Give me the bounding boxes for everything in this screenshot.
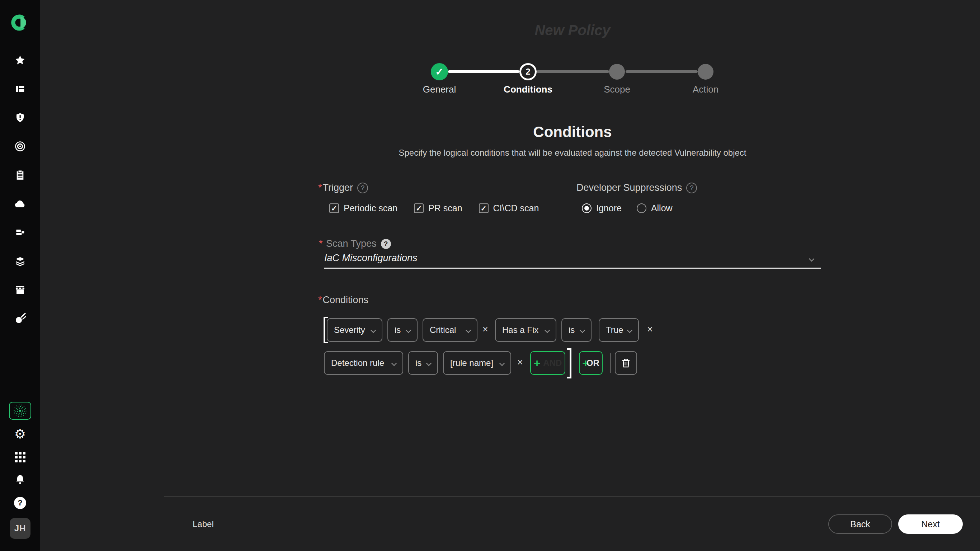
sidebar-item-help[interactable]: ? [0, 497, 40, 510]
suppressions-options: Ignore Allow [582, 203, 673, 213]
checkbox-box[interactable]: ✓ [479, 204, 488, 213]
radio-circle[interactable] [582, 204, 592, 213]
remove-condition-button[interactable]: × [482, 324, 488, 335]
blocks-icon [14, 227, 26, 238]
trigger-label: *Trigger ? [318, 182, 368, 193]
back-button[interactable]: Back [828, 514, 892, 534]
checkbox-periodic-scan[interactable]: ✓ Periodic scan [329, 203, 398, 213]
trigger-help-icon[interactable]: ? [357, 183, 368, 193]
checkbox-cicd-scan[interactable]: ✓ CI\CD scan [479, 203, 539, 213]
active-item-border [9, 402, 31, 420]
add-or-button[interactable]: + OR [579, 351, 603, 375]
plus-icon: + [534, 357, 541, 369]
app-logo[interactable] [0, 13, 40, 32]
condition-field-dropdown[interactable]: Detection rule [324, 351, 403, 375]
stepper-line-3 [625, 70, 698, 73]
logo-icon [10, 13, 30, 32]
remove-condition-button[interactable]: × [647, 324, 653, 335]
condition-operator-dropdown[interactable]: is [562, 318, 592, 342]
select-underline [324, 268, 821, 269]
main-content: New Policy ✓ 2 General Conditions Scope … [40, 0, 980, 551]
step-label-conditions[interactable]: Conditions [492, 84, 564, 95]
chevron-down-icon[interactable] [809, 256, 815, 262]
chevron-down-icon [627, 327, 633, 333]
radio-ignore[interactable]: Ignore [582, 203, 622, 213]
sidebar-item-settings[interactable]: ⚙ [0, 427, 40, 441]
help-icon: ? [14, 497, 26, 509]
chevron-down-icon [580, 327, 585, 333]
sidebar-item-meteor[interactable] [0, 311, 40, 326]
target-icon [14, 141, 26, 152]
chevron-down-icon [544, 327, 550, 333]
sidebar-item-targets[interactable] [0, 140, 40, 153]
step-number: 2 [525, 67, 530, 77]
step-general-circle[interactable]: ✓ [431, 63, 448, 80]
conditions-label: *Conditions [318, 295, 368, 306]
suppressions-label: Developer Suppressions ? [576, 182, 697, 193]
radio-allow[interactable]: Allow [637, 203, 673, 213]
footer-divider [164, 497, 980, 497]
radio-circle[interactable] [637, 204, 646, 213]
check-icon: ✓ [331, 204, 337, 213]
checkbox-box[interactable]: ✓ [329, 204, 339, 213]
step-action-circle[interactable] [698, 64, 713, 80]
sidebar-item-favorites[interactable] [0, 54, 40, 67]
trash-icon [620, 357, 632, 369]
condition-value-dropdown[interactable]: [rule name] [443, 351, 511, 375]
page-title: New Policy [465, 22, 680, 38]
suppressions-help-icon[interactable]: ? [686, 183, 697, 193]
add-and-button[interactable]: + AND [530, 351, 565, 375]
check-icon: ✓ [435, 66, 443, 78]
sidebar-item-assets[interactable] [0, 226, 40, 239]
required-asterisk: * [319, 238, 323, 249]
apps-grid-icon [15, 452, 25, 462]
step-label-general[interactable]: General [404, 84, 475, 95]
sidebar-item-marketplace[interactable] [0, 283, 40, 296]
cloud-icon [14, 198, 26, 209]
sidebar-item-layers[interactable] [0, 255, 40, 268]
storefront-icon [14, 285, 26, 295]
check-icon: ✓ [416, 204, 422, 213]
sidebar: ⚙ ? JH [0, 0, 40, 551]
condition-field-dropdown[interactable]: Severity [327, 318, 382, 342]
checkbox-pr-scan[interactable]: ✓ PR scan [414, 203, 462, 213]
condition-operator-dropdown[interactable]: is [408, 351, 438, 375]
remove-condition-button[interactable]: × [517, 357, 523, 368]
meteor-icon [14, 312, 26, 325]
step-label-action[interactable]: Action [670, 84, 741, 95]
chevron-down-icon [500, 360, 505, 366]
scan-types-label: * Scan Types ? [319, 238, 391, 249]
condition-value-dropdown[interactable]: Critical [423, 318, 477, 342]
check-icon: ✓ [480, 204, 487, 213]
footer-label: Label [192, 519, 214, 529]
shield-alert-icon [15, 112, 25, 123]
required-asterisk: * [318, 295, 322, 305]
condition-value-dropdown[interactable]: True [599, 318, 639, 342]
condition-operator-dropdown[interactable]: is [387, 318, 418, 342]
dashboard-icon [15, 84, 25, 94]
chevron-down-icon [371, 327, 376, 333]
user-avatar[interactable]: JH [0, 518, 40, 539]
sidebar-item-notifications[interactable] [0, 473, 40, 486]
group-close-bracket [567, 348, 571, 379]
sidebar-item-dashboard[interactable] [0, 83, 40, 96]
sidebar-item-risks[interactable] [0, 111, 40, 124]
sidebar-item-apps[interactable] [0, 451, 40, 463]
gear-icon: ⚙ [14, 428, 26, 441]
step-conditions-circle[interactable]: 2 [519, 63, 537, 80]
next-button[interactable]: Next [898, 514, 963, 534]
chevron-down-icon [406, 327, 412, 333]
sidebar-item-cloud[interactable] [0, 197, 40, 210]
checkbox-box[interactable]: ✓ [414, 204, 424, 213]
delete-group-button[interactable] [615, 351, 637, 375]
avatar-initials: JH [10, 518, 30, 539]
scan-types-help-icon[interactable]: ? [381, 239, 391, 249]
condition-field-dropdown[interactable]: Has a Fix [495, 318, 556, 342]
sidebar-item-policies-active[interactable] [0, 402, 40, 420]
divider [610, 354, 611, 373]
sidebar-item-reports[interactable] [0, 169, 40, 182]
step-label-scope[interactable]: Scope [581, 84, 653, 95]
step-scope-circle[interactable] [609, 64, 625, 80]
scan-types-select-value[interactable]: IaC Misconfigurations [324, 253, 418, 264]
stepper-line-1 [448, 70, 519, 73]
